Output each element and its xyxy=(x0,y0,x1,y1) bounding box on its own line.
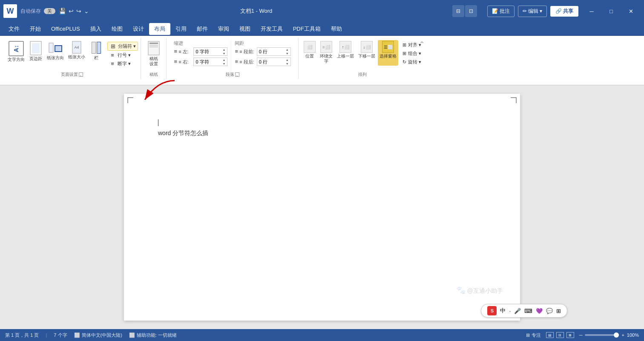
arrange-group-label: 排列 xyxy=(358,72,367,78)
menu-design[interactable]: 设计 xyxy=(128,23,149,35)
ribbon: A↕ 文字方向 页边距 纸张方向 xyxy=(0,36,644,85)
edit-button[interactable]: ✏ 编辑 ▾ xyxy=(518,6,547,17)
page-margin-icon xyxy=(30,41,42,55)
align-icon: ⊞ xyxy=(402,42,406,48)
zoom-slider[interactable] xyxy=(585,334,619,336)
menu-devtools[interactable]: 开发工具 xyxy=(256,23,288,35)
zoom-bar: ─ + 100% xyxy=(579,332,639,338)
text-direction-button[interactable]: A↕ 文字方向 xyxy=(6,40,26,71)
view-icons: ▤ ⊟ ⊠ xyxy=(546,332,574,338)
menu-draw[interactable]: 绘图 xyxy=(106,23,128,35)
window-controls: ─ □ ✕ xyxy=(582,0,641,22)
undo-icon[interactable]: ↩ xyxy=(69,8,74,14)
view-print[interactable]: ▤ xyxy=(546,332,554,338)
zoom-out-icon[interactable]: ─ xyxy=(579,332,583,338)
breaks-button[interactable]: ⊞ 分隔符 ▾ xyxy=(107,42,138,51)
ime-theme[interactable]: 💜 xyxy=(536,308,543,314)
group-button[interactable]: ⊞ 组合 ▾ xyxy=(401,49,423,58)
page-orient-button[interactable]: 纸张方向 xyxy=(45,40,66,71)
select-pane-button[interactable]: ☰⬜ 选择窗格 xyxy=(378,40,398,66)
bring-forward-button[interactable]: ↑⬜ 上移一层 xyxy=(335,40,356,66)
hyphen-icon: ≡ xyxy=(109,61,116,67)
ribbon-collapse-button[interactable]: ⌃ xyxy=(419,40,425,48)
page-margin-button[interactable]: 页边距 xyxy=(27,40,44,71)
ribbon-group-arrange: ⬜ 位置 ≡⬜ 环绕文字 ↑⬜ 上移一层 ↓⬜ 下移一层 xyxy=(299,38,426,79)
draft-setup-button[interactable]: 稿纸设置 xyxy=(145,40,162,71)
menu-references[interactable]: 引用 xyxy=(170,23,192,35)
hyphen-button[interactable]: ≡ 断字 ▾ xyxy=(107,60,138,68)
page-size-icon: A4 xyxy=(72,41,81,54)
window-title: 文档1 - Word xyxy=(60,7,452,15)
save-icon[interactable]: 💾 xyxy=(59,8,66,14)
ime-dot: · xyxy=(509,308,511,314)
line-num-button[interactable]: ≡ 行号 ▾ xyxy=(107,51,138,59)
autosave-label: 自动保存 关 xyxy=(20,8,55,15)
send-backward-button[interactable]: ↓⬜ 下移一层 xyxy=(356,40,377,66)
ime-more[interactable]: ⊞ xyxy=(556,308,561,314)
menu-mail[interactable]: 邮件 xyxy=(192,23,213,35)
page-orient-icon xyxy=(49,41,62,55)
text-direction-label: 文字方向 xyxy=(8,57,25,62)
page-setup-expand[interactable]: ⌞ xyxy=(79,72,83,77)
redo-icon[interactable]: ↪ xyxy=(76,8,81,14)
spacing-title: 间距 xyxy=(235,40,290,46)
document-page[interactable]: word 分节符怎么插 🐾 @互通小助手 xyxy=(124,94,520,321)
ime-chat[interactable]: 💬 xyxy=(546,308,553,314)
zoom-in-icon[interactable]: + xyxy=(621,332,624,338)
menu-bar: 文件 开始 OfficePLUS 插入 绘图 设计 布局 引用 邮件 审阅 视图… xyxy=(0,22,644,36)
view-web[interactable]: ⊟ xyxy=(556,332,564,338)
menu-officeplus[interactable]: OfficePLUS xyxy=(46,23,85,35)
draft-label: 稿纸 xyxy=(150,72,158,78)
share-button[interactable]: 🔗 共享 xyxy=(550,6,578,17)
menu-review[interactable]: 审阅 xyxy=(213,23,234,35)
corner-tr xyxy=(511,97,517,103)
minimize-button[interactable]: ─ xyxy=(582,0,601,22)
ime-chinese[interactable]: 中 xyxy=(500,307,506,315)
sogou-logo: S xyxy=(487,306,497,315)
menu-view[interactable]: 视图 xyxy=(234,23,256,35)
right-status: ⊞ 专注 ▤ ⊟ ⊠ ─ + 100% xyxy=(526,332,639,338)
spacing-after-input[interactable]: 0 行 ▲▼ xyxy=(257,58,291,66)
paragraph-expand[interactable]: ⌞ xyxy=(235,72,239,77)
accessibility-check: ⬜ 辅助功能: 一切就绪 xyxy=(129,332,177,338)
page-setup-label: 页面设置 ⌞ xyxy=(61,72,83,78)
menu-file[interactable]: 文件 xyxy=(3,23,25,35)
close-button[interactable]: ✕ xyxy=(621,0,641,22)
taskbar-icon-2: ⊡ xyxy=(465,5,477,17)
rotate-button[interactable]: ↻ 旋转 ▾ xyxy=(401,58,423,66)
menu-home[interactable]: 开始 xyxy=(25,23,46,35)
rotate-icon: ↻ xyxy=(402,59,406,65)
view-read[interactable]: ⊠ xyxy=(566,332,574,338)
lang-info: ⬜ 简体中文(中国大陆) xyxy=(74,332,122,338)
focus-mode[interactable]: ⊞ 专注 xyxy=(526,332,541,338)
zoom-level: 100% xyxy=(627,332,639,338)
breaks-icon: ⊞ xyxy=(109,43,116,49)
indent-right-input[interactable]: 0 字符 ▲▼ xyxy=(193,58,227,66)
ime-keyboard[interactable]: ⌨ xyxy=(524,308,532,314)
wrap-text-button[interactable]: ≡⬜ 环绕文字 xyxy=(318,40,334,66)
word-logo: W xyxy=(3,4,17,18)
right-buttons: ⊟ ⊡ 📝 批注 ✏ 编辑 ▾ 🔗 共享 xyxy=(452,5,578,17)
page-orient-label: 纸张方向 xyxy=(47,55,64,61)
ime-mic[interactable]: 🎤 xyxy=(514,308,521,314)
draft-setup-icon xyxy=(148,41,160,55)
document-text: word 分节符怎么插 xyxy=(158,130,208,136)
comment-button[interactable]: 📝 批注 xyxy=(487,6,515,17)
indent-left-input[interactable]: 0 字符 ▲▼ xyxy=(193,47,227,56)
menu-help[interactable]: 帮助 xyxy=(326,23,347,35)
title-bar: W 自动保存 关 💾 ↩ ↪ ⌄ 文档1 - Word ⊟ ⊡ 📝 批注 ✏ 编… xyxy=(0,0,644,22)
page-margin-label: 页边距 xyxy=(29,56,42,61)
page-size-button[interactable]: A4 纸张大小 xyxy=(66,40,87,71)
ribbon-group-draft: 稿纸设置 稿纸 xyxy=(141,38,167,79)
menu-insert[interactable]: 插入 xyxy=(85,23,106,35)
menu-pdf[interactable]: PDF工具箱 xyxy=(288,23,326,35)
ribbon-small-group-breaks: ⊞ 分隔符 ▾ ≡ 行号 ▾ ≡ 断字 ▾ xyxy=(107,40,138,68)
spacing-before-input[interactable]: 0 行 ▲▼ xyxy=(257,47,291,56)
group-icon: ⊞ xyxy=(402,51,406,56)
more-icon[interactable]: ⌄ xyxy=(84,8,89,14)
columns-label: 栏 xyxy=(94,55,98,61)
position-button[interactable]: ⬜ 位置 xyxy=(302,40,317,66)
columns-button[interactable]: 栏 xyxy=(88,40,105,71)
restore-button[interactable]: □ xyxy=(601,0,621,22)
menu-layout[interactable]: 布局 xyxy=(149,23,170,35)
